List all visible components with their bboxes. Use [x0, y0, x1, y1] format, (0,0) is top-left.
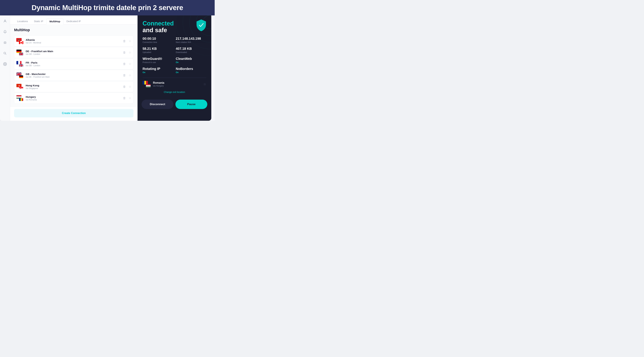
favorite-icon[interactable]: ☆	[129, 74, 131, 77]
sidebar-icon-notifications[interactable]	[2, 29, 8, 35]
connected-status: Connected and safe	[142, 20, 206, 33]
server-item[interactable]: DE - Frankfurt am Main via GB - London 🗑…	[14, 47, 134, 58]
favorite-icon[interactable]: ☆	[129, 39, 131, 43]
flag-secondary-gb	[19, 64, 23, 67]
server-list: 🦅 Albania via CA - Montreal 🗑	[14, 36, 134, 104]
sidebar-icon-search[interactable]	[2, 50, 8, 56]
server-info: Hong Kong via Singapore	[26, 84, 123, 90]
svg-rect-46	[19, 88, 23, 90]
server-item[interactable]: 🦅 Albania via CA - Montreal 🗑	[14, 36, 134, 46]
connected-text: Connected	[142, 20, 206, 27]
vpn-app: Locations Static IP MultiHop Dedicated I…	[0, 16, 138, 121]
svg-rect-40	[19, 76, 23, 76]
svg-point-2	[4, 52, 6, 54]
delete-icon[interactable]: 🗑	[123, 40, 126, 43]
stat-cleanweb: CleanWeb On	[176, 57, 206, 64]
location-flag-secondary-hu	[146, 84, 150, 88]
banner-title: Dynamic MultiHop trimite datele prin 2 s…	[7, 4, 208, 12]
server-item[interactable]: GB - Manchester via DE - Frankfurt am Ma…	[14, 70, 134, 81]
svg-rect-42	[19, 78, 23, 78]
sidebar-icon-settings[interactable]	[2, 61, 8, 67]
flag-secondary-ro	[19, 98, 23, 101]
server-via: via CA - Montreal	[26, 42, 123, 44]
server-actions: 🗑 ☆	[123, 62, 131, 66]
svg-rect-52	[19, 98, 21, 101]
svg-rect-50	[16, 96, 22, 98]
delete-icon[interactable]: 🗑	[123, 51, 126, 54]
svg-rect-21	[16, 61, 18, 64]
flag-container: 🦅	[16, 38, 23, 44]
svg-rect-62	[146, 81, 148, 84]
tab-locations[interactable]: Locations	[14, 18, 31, 24]
svg-rect-9	[16, 50, 22, 51]
delete-icon[interactable]: 🗑	[123, 85, 126, 88]
svg-point-1	[4, 42, 6, 44]
server-item[interactable]: Hungary via Romania 🗑 ☆	[14, 92, 134, 104]
stat-connection-time-value: 00:00:10	[142, 37, 173, 40]
connected-panel: Connected and safe 00:00:10 Connection t…	[138, 16, 211, 121]
stat-noborders: NoBorders On	[176, 67, 206, 74]
svg-rect-54	[22, 98, 23, 101]
server-via: via GB - London	[26, 53, 123, 55]
section-title: MultiHop	[14, 28, 134, 32]
server-item[interactable]: FR - Paris via GB - London 🗑 ☆	[14, 58, 134, 70]
safe-text: and safe	[142, 27, 206, 34]
tab-static-ip[interactable]: Static IP	[31, 18, 46, 24]
create-connection-button[interactable]: Create Connection	[14, 109, 134, 118]
disconnect-button[interactable]: Disconnect	[142, 100, 174, 109]
stat-protocol-label: Protocol in use	[142, 61, 173, 64]
server-via: via GB - London	[26, 64, 123, 67]
svg-text:✿: ✿	[18, 85, 20, 87]
sidebar-icon-profile[interactable]	[2, 18, 8, 24]
server-via: via DE - Frankfurt am Main	[26, 76, 123, 78]
delete-icon[interactable]: 🗑	[123, 62, 126, 66]
sidebar-icon-bug[interactable]	[2, 40, 8, 46]
server-name: Hungary	[26, 96, 123, 98]
delete-icon[interactable]: 🗑	[123, 74, 126, 77]
stat-ip-label: Next rotation N/A	[176, 41, 206, 44]
stat-cleanweb-label: On	[176, 61, 206, 64]
stat-protocol: WireGuard® Protocol in use	[142, 57, 173, 64]
location-via: via Hungary	[153, 85, 203, 87]
server-actions: 🗑 ☆	[123, 74, 131, 77]
svg-rect-53	[21, 98, 22, 101]
server-name: FR - Paris	[26, 61, 123, 64]
svg-rect-49	[16, 95, 22, 96]
location-flag-main-ro	[142, 81, 148, 84]
server-via: via Singapore	[26, 87, 123, 90]
svg-point-0	[4, 20, 6, 21]
pause-button[interactable]: Pause	[176, 100, 207, 109]
tab-dedicated-ip[interactable]: Dedicated IP	[64, 18, 84, 24]
main-panel: Locations Static IP MultiHop Dedicated I…	[10, 16, 138, 121]
content-area: MultiHop 🦅	[10, 24, 138, 107]
server-actions: 🗑 ☆	[123, 39, 131, 43]
flag-container	[16, 72, 23, 78]
server-actions: 🗑 ☆	[123, 85, 131, 88]
change-exit-button[interactable]: Change exit location	[164, 91, 185, 94]
favorite-icon[interactable]: ☆	[129, 51, 131, 54]
server-info: FR - Paris via GB - London	[26, 61, 123, 67]
delete-icon[interactable]: 🗑	[123, 96, 126, 100]
flag-secondary-gb	[19, 52, 23, 56]
location-flag-container	[142, 81, 150, 88]
favorite-icon[interactable]: ☆	[129, 96, 131, 100]
svg-rect-60	[142, 81, 144, 84]
stat-ip-value: 217.148.143.198	[176, 37, 206, 40]
favorite-icon[interactable]: ☆	[129, 85, 131, 88]
stats-grid: 00:00:10 Connection time 217.148.143.198…	[138, 37, 211, 78]
svg-rect-45	[19, 87, 23, 88]
stat-rotating-ip-value: Rotating IP	[142, 67, 173, 71]
tab-multihop[interactable]: MultiHop	[46, 18, 64, 24]
location-info: Romania via Hungary	[153, 81, 203, 87]
header-banner: Dynamic MultiHop trimite datele prin 2 s…	[0, 0, 215, 16]
server-item[interactable]: ✿ Hong Kong via Singapore 🗑 ☆	[14, 81, 134, 92]
stat-connection-time-label: Connection time	[142, 41, 173, 44]
svg-rect-41	[19, 76, 23, 78]
favorite-icon[interactable]: ☆	[129, 62, 131, 66]
sidebar	[0, 16, 10, 121]
stat-protocol-value: WireGuard®	[142, 57, 173, 61]
flag-container	[16, 61, 23, 67]
location-favorite-icon[interactable]: ☆	[203, 82, 206, 86]
svg-rect-63	[146, 84, 150, 85]
change-exit-link: Change exit location	[138, 90, 211, 97]
